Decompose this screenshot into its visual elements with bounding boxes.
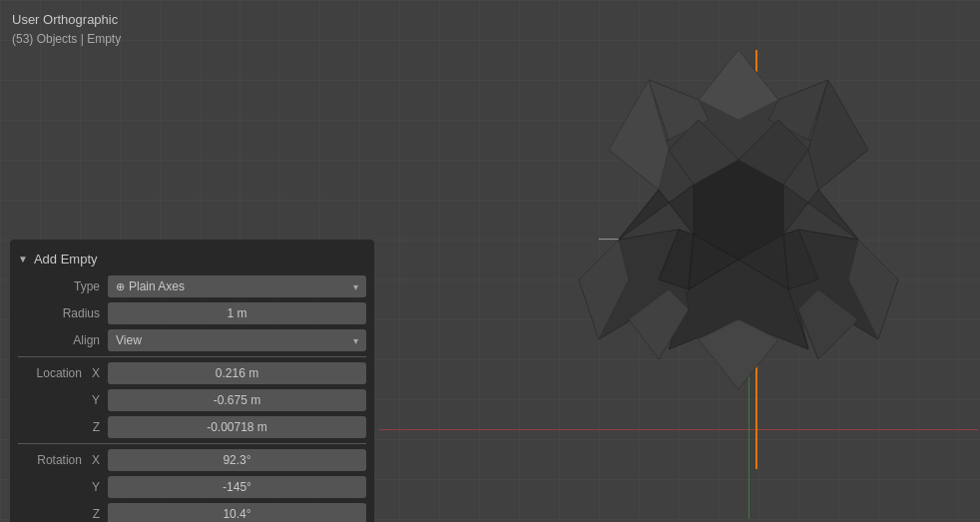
3d-object [499, 20, 978, 519]
type-dropdown-arrow: ▾ [353, 281, 358, 292]
align-label: Align [18, 333, 108, 347]
radius-row: Radius 1 m [18, 301, 366, 325]
type-dropdown[interactable]: ⊕ Plain Axes ▾ [108, 275, 366, 297]
rotation-z-value: 10.4° [223, 507, 250, 521]
rotation-y-field[interactable]: -145° [108, 476, 366, 498]
align-dropdown-arrow: ▾ [353, 335, 358, 346]
location-x-row: Location X 0.216 m [18, 361, 366, 385]
location-y-label: Y [18, 393, 108, 407]
axes-icon: ⊕ [116, 280, 125, 293]
location-z-field[interactable]: -0.00718 m [108, 416, 366, 438]
viewport-title: User Orthographic [12, 10, 121, 30]
section-divider-2 [18, 443, 366, 444]
align-dropdown[interactable]: View ▾ [108, 329, 366, 351]
add-empty-panel: ▼ Add Empty Type ⊕ Plain Axes ▾ Radius 1… [10, 240, 374, 522]
location-x-label: Location X [18, 366, 108, 380]
rotation-y-value: -145° [223, 480, 251, 494]
location-y-field[interactable]: -0.675 m [108, 389, 366, 411]
location-z-value: -0.00718 m [207, 420, 267, 434]
radius-value: 1 m [227, 306, 246, 320]
location-y-value: -0.675 m [214, 393, 260, 407]
rotation-z-label: Z [18, 507, 108, 521]
panel-header[interactable]: ▼ Add Empty [10, 248, 374, 274]
type-dropdown-icon: ⊕ Plain Axes [116, 279, 185, 293]
section-divider-1 [18, 356, 366, 357]
rotation-x-field[interactable]: 92.3° [108, 449, 366, 471]
panel-body: Type ⊕ Plain Axes ▾ Radius 1 m Align Vie… [10, 274, 374, 522]
viewport-subtitle: (53) Objects | Empty [12, 30, 121, 48]
type-row: Type ⊕ Plain Axes ▾ [18, 274, 366, 298]
radius-label: Radius [18, 306, 108, 320]
location-x-field[interactable]: 0.216 m [108, 362, 366, 384]
rotation-x-row: Rotation X 92.3° [18, 448, 366, 472]
rotation-z-row: Z 10.4° [18, 502, 366, 522]
type-label: Type [18, 279, 108, 293]
rotation-x-value: 92.3° [223, 453, 250, 467]
rotation-y-label: Y [18, 480, 108, 494]
location-z-label: Z [18, 420, 108, 434]
align-row: Align View ▾ [18, 328, 366, 352]
location-z-row: Z -0.00718 m [18, 415, 366, 439]
rotation-x-label: Rotation X [18, 453, 108, 467]
header-info: User Orthographic (53) Objects | Empty [12, 10, 121, 48]
rotation-y-row: Y -145° [18, 475, 366, 499]
location-x-value: 0.216 m [216, 366, 258, 380]
radius-field[interactable]: 1 m [108, 302, 366, 324]
align-value: View [116, 333, 142, 347]
location-y-row: Y -0.675 m [18, 388, 366, 412]
rotation-z-field[interactable]: 10.4° [108, 503, 366, 522]
type-value: Plain Axes [129, 279, 185, 293]
panel-title: Add Empty [34, 252, 98, 266]
panel-collapse-arrow: ▼ [18, 254, 28, 264]
